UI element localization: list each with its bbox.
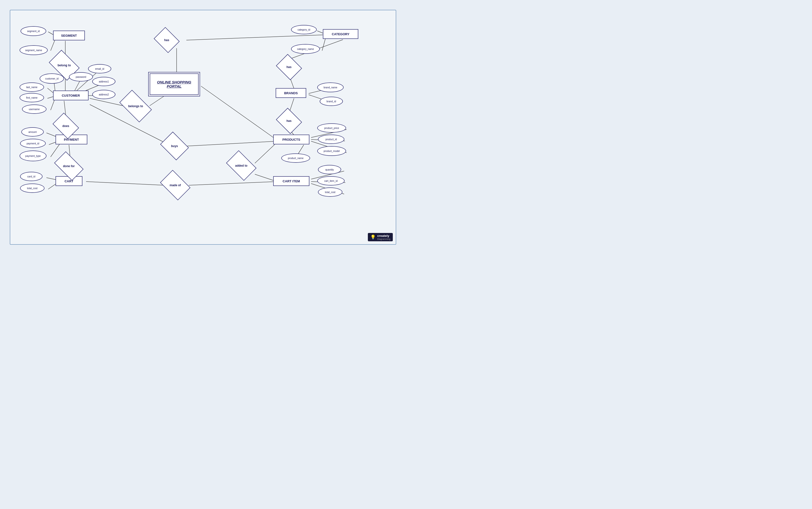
logo-name: creately — [377, 234, 390, 238]
svg-line-24 — [189, 181, 277, 185]
logo-area: 💡 creately Diagramming — [368, 233, 393, 241]
entity-payment: PAYMENT — [56, 135, 87, 144]
svg-line-13 — [150, 96, 164, 106]
svg-line-47 — [201, 86, 277, 140]
diamond-does: does — [55, 118, 77, 134]
attr-cart-item-id: cart_item_id — [317, 176, 344, 185]
attr-password: password — [69, 72, 93, 81]
diamond-done-for: done for — [56, 158, 81, 174]
diamond-has-brand: has — [279, 59, 299, 75]
attr-brand-id: brand_id — [320, 97, 343, 106]
diamond-has-product: has — [279, 112, 299, 129]
attr-product-price: product_price — [317, 123, 346, 133]
logo-sub: Diagramming — [377, 238, 390, 240]
attr-brand-name: brand_name — [317, 82, 344, 92]
attr-total-cost-cart: total_cost — [20, 183, 44, 193]
main-entity-label: ONLINE SHOPPING PORTAL — [150, 80, 198, 88]
attr-customer-id: customer_id — [40, 73, 64, 84]
attr-last-name: last_name — [20, 82, 44, 92]
attr-payment-type: payment_type — [20, 150, 46, 161]
logo-bulb-icon: 💡 — [370, 234, 376, 240]
svg-line-26 — [186, 35, 326, 40]
diamond-belongs-to: belongs to — [121, 97, 150, 115]
attr-category-name: category_name — [291, 44, 320, 54]
entity-products: PRODUCTS — [273, 135, 309, 144]
entity-customer: CUSTOMER — [53, 91, 88, 100]
svg-line-40 — [255, 142, 277, 163]
attr-category-id: category_id — [291, 25, 317, 34]
entity-category: CATEGORY — [323, 29, 358, 39]
attr-segment-id: segment_id — [21, 26, 46, 36]
diamond-has-category: has — [156, 32, 177, 48]
entity-cart-item: CART ITEM — [273, 176, 309, 186]
svg-line-12 — [90, 98, 123, 106]
attr-amount: amount — [21, 127, 44, 137]
attr-product-name: product_name — [281, 154, 310, 163]
attr-address1: address1 — [92, 77, 115, 86]
attr-product-model: product_model — [317, 146, 346, 156]
diamond-belong-to: belong to — [51, 56, 77, 74]
attr-first-name: first_name — [20, 93, 44, 102]
attr-segment-name: segment_name — [20, 45, 48, 55]
svg-line-39 — [298, 145, 304, 155]
diamond-added-to: added to — [229, 157, 254, 174]
svg-line-29 — [322, 37, 326, 50]
attr-username: username — [22, 104, 46, 114]
svg-line-46 — [186, 141, 277, 146]
attr-total-cost-ci: total_cost — [318, 188, 342, 197]
attr-card-id: card_id — [20, 172, 43, 181]
attr-quantity: quantity — [318, 165, 341, 174]
entity-brands: BRANDS — [275, 88, 306, 98]
attr-product-id: product_id — [318, 135, 344, 144]
diagram-container: ONLINE SHOPPING PORTAL SEGMENT CUSTOMER … — [10, 10, 396, 245]
entity-segment: SEGMENT — [53, 31, 85, 40]
main-entity: ONLINE SHOPPING PORTAL — [150, 73, 198, 95]
svg-line-23 — [86, 181, 164, 185]
diamond-made-of: made of — [163, 176, 188, 194]
attr-address2: address2 — [92, 90, 115, 99]
attr-email-id: email_id — [88, 64, 111, 73]
attr-payment-id: payment_id — [20, 139, 46, 148]
diamond-buys: buys — [163, 137, 186, 155]
